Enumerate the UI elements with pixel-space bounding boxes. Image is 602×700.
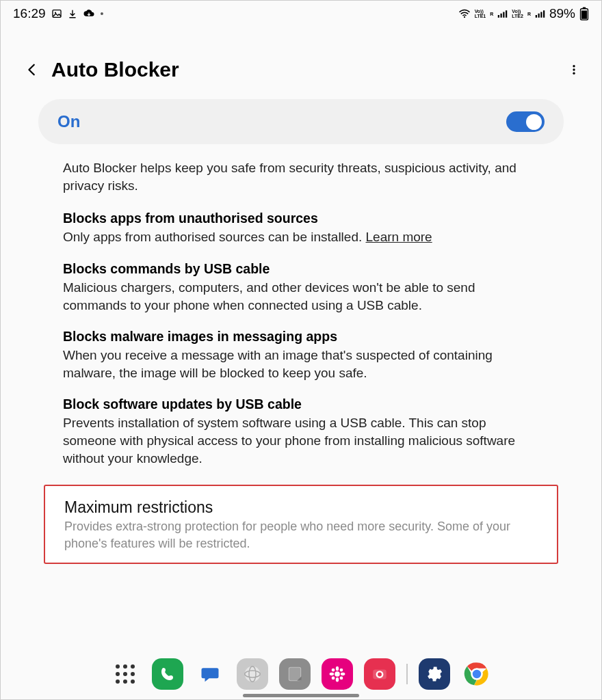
svg-rect-7 bbox=[536, 15, 537, 18]
section-unauthorised-sources: Blocks apps from unauthorised sources On… bbox=[38, 201, 564, 252]
camera-app-icon[interactable] bbox=[364, 658, 395, 690]
svg-point-33 bbox=[378, 673, 382, 677]
svg-point-30 bbox=[340, 677, 343, 680]
svg-point-22 bbox=[335, 671, 340, 677]
svg-rect-12 bbox=[581, 10, 587, 18]
section-usb-updates: Block software updates by USB cable Prev… bbox=[38, 387, 564, 472]
dock-divider bbox=[406, 664, 408, 684]
section-title: Blocks malware images in messaging apps bbox=[63, 329, 539, 345]
internet-app-icon[interactable] bbox=[237, 658, 268, 690]
svg-point-17 bbox=[245, 667, 261, 682]
app-drawer-button[interactable] bbox=[109, 658, 141, 690]
r-indicator-2: R bbox=[527, 12, 531, 16]
download-icon bbox=[68, 9, 77, 19]
wifi-icon bbox=[458, 9, 471, 18]
section-desc: Prevents installation of system software… bbox=[63, 414, 539, 467]
svg-point-23 bbox=[336, 667, 339, 671]
settings-app-icon[interactable] bbox=[419, 658, 450, 690]
master-switch[interactable] bbox=[506, 111, 545, 132]
gesture-bar[interactable] bbox=[243, 694, 359, 697]
chrome-app-icon[interactable] bbox=[461, 658, 493, 690]
screen-header: Auto Blocker bbox=[1, 25, 601, 88]
phone-app-icon[interactable] bbox=[152, 658, 183, 690]
section-desc: Only apps from authorised sources can be… bbox=[63, 228, 539, 246]
section-title: Blocks commands by USB cable bbox=[63, 261, 539, 277]
signal-2-icon bbox=[535, 10, 545, 18]
maximum-restrictions-item[interactable]: Maximum restrictions Provides extra-stro… bbox=[44, 485, 558, 564]
svg-point-14 bbox=[573, 65, 575, 67]
more-options-button[interactable] bbox=[563, 59, 585, 81]
battery-icon bbox=[579, 7, 589, 21]
more-notif-dot: • bbox=[101, 9, 104, 18]
max-restrictions-title: Maximum restrictions bbox=[64, 498, 538, 517]
back-button[interactable] bbox=[21, 59, 43, 81]
svg-point-27 bbox=[332, 669, 335, 672]
section-usb-commands: Blocks commands by USB cable Malicious c… bbox=[38, 252, 564, 319]
svg-rect-5 bbox=[503, 12, 505, 17]
svg-rect-8 bbox=[538, 13, 539, 17]
toggle-state-label: On bbox=[57, 112, 80, 131]
section-desc: Malicious chargers, computers, and other… bbox=[63, 279, 539, 314]
switch-thumb bbox=[526, 114, 542, 130]
svg-point-29 bbox=[332, 677, 335, 680]
gallery-notif-icon bbox=[51, 8, 62, 19]
svg-rect-20 bbox=[289, 667, 300, 681]
r-indicator-1: R bbox=[490, 12, 493, 16]
max-restrictions-desc: Provides extra-strong protection for peo… bbox=[64, 518, 538, 552]
master-toggle-card[interactable]: On bbox=[38, 99, 564, 144]
svg-rect-4 bbox=[501, 13, 502, 17]
intro-text: Auto Blocker helps keep you safe from se… bbox=[38, 159, 564, 201]
section-desc: When you receive a message with an image… bbox=[63, 347, 539, 381]
svg-point-24 bbox=[336, 677, 339, 682]
status-bar: 16:29 • Vo)) LTE1 R Vo)) LTE2 R bbox=[1, 1, 601, 25]
svg-rect-3 bbox=[498, 15, 499, 18]
svg-rect-6 bbox=[506, 10, 507, 18]
volte2-indicator: Vo)) LTE2 bbox=[512, 9, 523, 18]
learn-more-link[interactable]: Learn more bbox=[366, 230, 432, 244]
svg-rect-9 bbox=[540, 12, 542, 17]
section-malware-images: Blocks malware images in messaging apps … bbox=[38, 319, 564, 387]
signal-1-icon bbox=[497, 10, 508, 18]
status-time: 16:29 bbox=[13, 6, 46, 21]
page-title: Auto Blocker bbox=[51, 58, 563, 81]
messages-app-icon[interactable] bbox=[194, 658, 226, 690]
svg-point-15 bbox=[573, 68, 575, 70]
settings-content: On Auto Blocker helps keep you safe from… bbox=[1, 88, 601, 564]
battery-percent: 89% bbox=[549, 6, 575, 21]
svg-point-26 bbox=[341, 673, 345, 675]
svg-point-25 bbox=[330, 673, 335, 675]
svg-rect-13 bbox=[583, 7, 586, 8]
section-title: Blocks apps from unauthorised sources bbox=[63, 211, 539, 226]
svg-point-2 bbox=[464, 16, 465, 18]
volte1-indicator: Vo)) LTE1 bbox=[475, 9, 486, 18]
cloud-download-icon bbox=[83, 9, 95, 18]
svg-point-16 bbox=[573, 72, 575, 75]
notes-app-icon[interactable] bbox=[279, 658, 311, 690]
app-dock bbox=[1, 658, 601, 690]
svg-rect-10 bbox=[543, 10, 545, 18]
section-title: Block software updates by USB cable bbox=[63, 396, 539, 412]
gallery-app-icon[interactable] bbox=[322, 658, 353, 690]
svg-point-28 bbox=[340, 669, 343, 672]
